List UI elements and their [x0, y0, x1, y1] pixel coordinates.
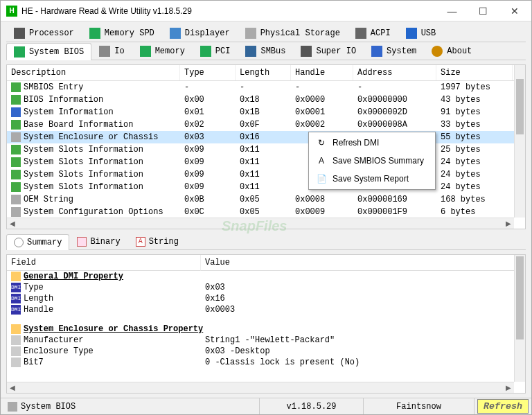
tab-about[interactable]: About: [424, 42, 479, 60]
tab-smbus[interactable]: SMBus: [238, 42, 293, 60]
col-description[interactable]: Description: [7, 65, 180, 80]
detail-header: Field Value: [7, 255, 525, 271]
col-handle[interactable]: Handle: [291, 65, 353, 80]
acpi-icon: [355, 28, 366, 39]
table-row[interactable]: BIOS Information 0x00 0x18 0x0000 0x0000…: [7, 94, 525, 106]
detail-row[interactable]: DMIType0x03: [7, 282, 525, 293]
tab-physical-storage[interactable]: Physical Storage: [238, 24, 348, 42]
col-size[interactable]: Size: [436, 65, 513, 80]
maximize-button[interactable]: ☐: [468, 1, 499, 21]
col-value[interactable]: Value: [201, 255, 515, 271]
detail-vscrollbar[interactable]: [514, 255, 525, 382]
menu-icon: A: [316, 155, 327, 166]
menu-save-smbios-summary[interactable]: ASave SMBIOS Summary: [310, 152, 434, 170]
detail-row[interactable]: ManufacturerString1 -"Hewlett-Packard": [7, 335, 525, 346]
superio-icon: [301, 46, 312, 57]
item-icon: [11, 335, 21, 345]
statusbar: System BIOS v1.18.5.29 Faintsnow Refresh: [1, 398, 531, 414]
table-row[interactable]: System Information 0x01 0x1B 0x0001 0x00…: [7, 106, 525, 118]
row-icon: [11, 170, 21, 179]
table-row[interactable]: SMBIOS Entry - - - - 1997 bytes: [7, 81, 525, 94]
item-icon: [11, 357, 21, 367]
status-section: System BIOS: [21, 402, 76, 412]
mem-icon: [140, 46, 151, 57]
context-menu: ↻Refresh DMIASave SMBIOS Summary📄Save Sy…: [308, 132, 436, 190]
item-icon: [11, 346, 21, 356]
app-window: H HE - Hardware Read & Write Utility v1.…: [0, 0, 532, 415]
mag-icon: [14, 238, 24, 247]
col-field[interactable]: Field: [7, 255, 201, 271]
status-version: v1.18.5.29: [286, 402, 336, 412]
table-row[interactable]: System Slots Information 0x09 0x11 24 by…: [7, 156, 525, 168]
mem-icon: [89, 28, 100, 39]
tab-memory[interactable]: Memory: [132, 42, 193, 60]
detail-hscrollbar[interactable]: ◀▶: [7, 382, 514, 393]
tab-memory-spd[interactable]: Memory SPD: [82, 24, 162, 42]
app-icon: H: [6, 6, 17, 17]
tab-row-2: System BIOSIoMemoryPCISMBusSuper IOSyste…: [6, 42, 526, 60]
menu-icon: ↻: [316, 137, 327, 148]
sys-icon: [371, 46, 382, 57]
detail-row[interactable]: Bit70 -Classis lock is present (No): [7, 357, 525, 368]
bios-icon: [14, 46, 25, 58]
minimize-button[interactable]: —: [436, 1, 468, 21]
pci-icon: [200, 46, 211, 57]
tab-row-1: ProcessorMemory SPDDisplayerPhysical Sto…: [6, 24, 526, 42]
row-icon: [11, 82, 21, 92]
tab-acpi[interactable]: ACPI: [348, 24, 398, 42]
hscrollbar[interactable]: ◀▶: [7, 218, 514, 229]
str-icon: A: [136, 237, 145, 247]
detail-row[interactable]: Enclosure Type0x03 -Desktop: [7, 346, 525, 357]
col-type[interactable]: Type: [180, 65, 236, 80]
table-row[interactable]: System Configuration Options 0x0C 0x05 0…: [7, 206, 525, 218]
smbus-icon: [245, 46, 256, 57]
row-icon: [11, 157, 21, 167]
table-row[interactable]: OEM String 0x0B 0x05 0x0008 0x00000169 1…: [7, 193, 525, 206]
vscrollbar[interactable]: [514, 65, 525, 218]
refresh-button[interactable]: Refresh: [477, 399, 529, 414]
bin-icon: [77, 237, 87, 247]
usb-icon: [406, 28, 417, 39]
tab-io[interactable]: Io: [91, 42, 132, 60]
cpu-icon: [14, 28, 25, 39]
row-icon: [11, 107, 21, 117]
col-length[interactable]: Length: [236, 65, 291, 80]
tab-processor[interactable]: Processor: [6, 24, 82, 42]
table-row[interactable]: System Enclosure or Chassis 0x03 0x16 55…: [7, 131, 525, 143]
table-row[interactable]: System Slots Information 0x09 0x11 0x000…: [7, 181, 525, 193]
detail-row[interactable]: General DMI Property: [7, 271, 525, 282]
tab-usb[interactable]: USB: [398, 24, 444, 42]
col-address[interactable]: Address: [353, 65, 436, 80]
dmi-table-panel: Description Type Length Handle Address S…: [6, 64, 526, 229]
io-icon: [99, 46, 110, 57]
row-icon: [11, 145, 21, 154]
row-icon: [11, 207, 21, 217]
table-row[interactable]: System Slots Information 0x09 0x11 25 by…: [7, 143, 525, 156]
menu-save-system-report[interactable]: 📄Save System Report: [310, 170, 434, 188]
menu-refresh-dmi[interactable]: ↻Refresh DMI: [310, 134, 434, 152]
detail-row[interactable]: DMIHandle0x0003: [7, 304, 525, 315]
tab-super-io[interactable]: Super IO: [293, 42, 364, 60]
row-icon: [11, 195, 21, 204]
detail-row[interactable]: DMILength0x16: [7, 293, 525, 304]
detail-tab-row: SummaryBinaryAString: [6, 233, 526, 250]
about-icon: [432, 46, 443, 57]
dmi-icon: DMI: [11, 305, 21, 315]
subtab-summary[interactable]: Summary: [6, 234, 69, 250]
detail-panel: Field Value General DMI PropertyDMIType0…: [6, 254, 526, 394]
stor-icon: [245, 28, 256, 39]
tab-system[interactable]: System: [364, 42, 424, 60]
row-icon: [11, 120, 21, 130]
detail-row[interactable]: System Enclosure or Chassis Property: [7, 324, 525, 335]
subtab-string[interactable]: AString: [128, 233, 186, 249]
folder-icon: [11, 272, 21, 281]
row-icon: [11, 132, 21, 142]
subtab-binary[interactable]: Binary: [69, 233, 127, 249]
tab-pci[interactable]: PCI: [193, 42, 238, 60]
close-button[interactable]: ✕: [499, 1, 530, 21]
tab-system-bios[interactable]: System BIOS: [6, 43, 91, 60]
table-row[interactable]: Base Board Information 0x02 0x0F 0x0002 …: [7, 118, 525, 131]
tab-displayer[interactable]: Displayer: [162, 24, 238, 42]
disp-icon: [170, 28, 181, 39]
table-row[interactable]: System Slots Information 0x09 0x11 24 by…: [7, 168, 525, 181]
